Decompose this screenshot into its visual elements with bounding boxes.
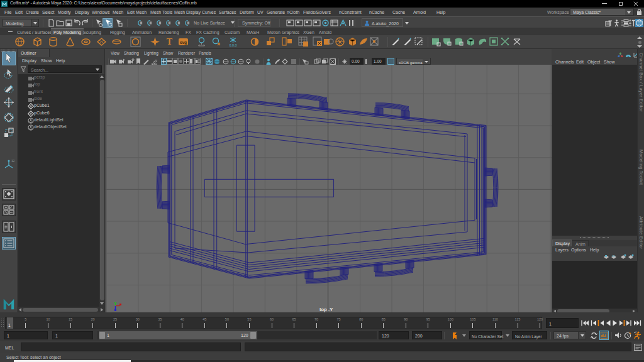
svg-text:12: 12: [11, 159, 14, 163]
svg-text:T: T: [167, 37, 173, 47]
svg-text:top -Y: top -Y: [319, 307, 333, 312]
svg-text:0,0,0: 0,0,0: [229, 43, 236, 47]
svg-text:svg: svg: [180, 40, 187, 45]
